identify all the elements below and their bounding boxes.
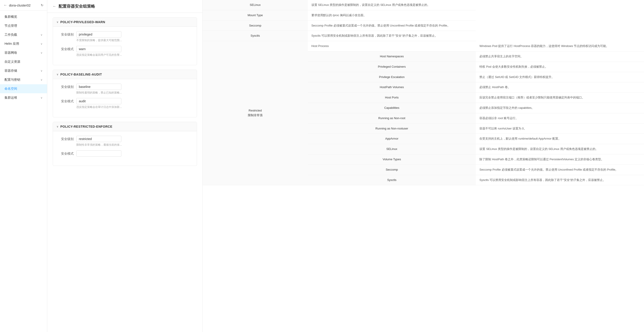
description-cell: 容器不可以将 runAsUser 设置为 0。	[476, 123, 644, 134]
chevron-down-icon: ∨	[40, 42, 42, 45]
field-cell: Running as Non-root	[308, 113, 476, 123]
collapse-toggle[interactable]: ∨	[56, 20, 58, 24]
field-cell: Running as Non-rootuser	[308, 123, 476, 134]
sidebar-item-label: 节点管理	[4, 24, 17, 28]
field-cell: Host Process	[308, 41, 476, 51]
sidebar-item-label: 命名空间	[4, 87, 17, 91]
security-mode-label: 安全模式	[58, 150, 76, 156]
policy-section-header: ∨ POLICY-PRIVILEGED-WARN	[53, 17, 197, 27]
sidebar-item-ops[interactable]: 集群运维∨	[0, 93, 47, 102]
field-cell: Privileged Containers	[308, 62, 476, 72]
security-level-content: 不受限制的策略，提供最大可能范围...	[76, 31, 192, 42]
left-panel-back-icon[interactable]: ←	[53, 4, 56, 8]
table-row: SysctlsSysctls 可以禁用安全机制或影响宿主上所有容器，因此除了若干…	[203, 31, 644, 41]
chevron-down-icon: ∨	[40, 51, 42, 54]
security-level-label: 安全级别	[58, 31, 76, 37]
security-mode-row: 安全模式 违反指定策略会返回用户可见的告警...	[58, 46, 192, 57]
sidebar-item-storage[interactable]: 容器存储∨	[0, 66, 47, 75]
security-level-label: 安全级别	[58, 136, 76, 141]
sidebar-item-custom[interactable]: 自定义资源	[0, 57, 47, 66]
refresh-icon[interactable]: ↻	[41, 3, 44, 7]
table-row: SeccompSeccomp Profile 必须被显式设置成一个允许的值。禁止…	[203, 20, 644, 31]
table-row: Mount Type要求使用默认的 /proc 掩码以减小攻击面。	[203, 10, 644, 20]
sidebar-item-overview[interactable]: 集群概览	[0, 12, 47, 21]
sidebar-item-helm[interactable]: Helm 应用∨	[0, 39, 47, 48]
security-level-input[interactable]	[76, 136, 121, 142]
security-mode-content	[76, 150, 192, 158]
description-cell: 容器必须以非 root 账号运行。	[476, 113, 644, 123]
security-mode-row: 安全模式 违反指定策略会在审计日志中添加新...	[58, 98, 192, 109]
sidebar-item-workloads[interactable]: 工作负载∨	[0, 30, 47, 39]
security-level-input[interactable]	[76, 84, 121, 90]
field-cell: Privilege Escalation	[308, 72, 476, 82]
sidebar-navigation: 集群概览节点管理工作负载∨Helm 应用∨容器网络∨自定义资源容器存储∨配置与密…	[0, 10, 47, 104]
sidebar-item-namespace[interactable]: 命名空间	[0, 84, 47, 93]
description-cell: 在受支持的主机上，默认使用 runtime/default AppArmor 配…	[476, 134, 644, 144]
description-cell: 除了限制 HostPath 卷之外，此类策略还限制可以通过 Persistent…	[476, 154, 644, 165]
field-cell: Volume Types	[308, 154, 476, 165]
security-level-row: 安全级别 限制性非常强的策略，遵循当前的保...	[58, 136, 192, 147]
security-mode-input[interactable]	[76, 46, 121, 52]
left-panel: ← 配置容器安全组策略 ∨ POLICY-PRIVILEGED-WARN 安全级…	[47, 0, 203, 332]
description-cell: Seccomp Profile 必须被显式设置成一个允许的值。禁止使用 Unco…	[476, 165, 644, 175]
security-mode-label: 安全模式	[58, 98, 76, 103]
description-cell: 设置 SELinux 类型的操作是被限制的，设置自定义的 SELinux 用户或…	[308, 0, 476, 10]
field-cell: Seccomp	[203, 20, 308, 31]
field-cell: SELinux	[203, 0, 308, 10]
description-cell: 必须禁止 HostPath 卷。	[476, 82, 644, 93]
policy-name: POLICY-PRIVILEGED-WARN	[60, 20, 105, 24]
category-cell: Restricted 限制非常强	[203, 41, 308, 185]
security-mode-input[interactable]	[76, 98, 121, 104]
chevron-down-icon: ∨	[40, 69, 42, 72]
field-cell: HostPath Volumes	[308, 82, 476, 93]
table-row: Restricted 限制非常强Host ProcessWindows Pod …	[203, 41, 644, 51]
left-panel-header: ← 配置容器安全组策略	[47, 0, 202, 13]
policy-name: POLICY-RESTRICTED-ENFORCE	[60, 125, 112, 128]
cluster-name: dora-cluster02	[9, 3, 30, 7]
chevron-down-icon: ∨	[40, 33, 42, 36]
description-cell: 特权 Pod 会使大多数安全性机制失效，必须被禁止。	[476, 62, 644, 72]
description-cell: 必须禁止共享宿主上的名字空间。	[476, 51, 644, 62]
security-level-input[interactable]	[76, 31, 121, 37]
sidebar-item-label: 配置与密钥	[4, 78, 20, 82]
field-cell: AppArmor	[308, 134, 476, 144]
policy-section-body: 安全级别 限制性非常强的策略，遵循当前的保... 安全模式	[53, 131, 197, 166]
security-mode-input[interactable]	[76, 150, 121, 157]
field-cell: Capabilities	[308, 103, 476, 113]
security-mode-content: 违反指定策略会返回用户可见的告警...	[76, 46, 192, 57]
description-cell: 要求使用默认的 /proc 掩码以减小攻击面。	[308, 10, 476, 20]
sidebar-header: ← dora-cluster02 ↻	[0, 0, 47, 10]
sidebar-item-label: 自定义资源	[4, 60, 20, 64]
right-panel: SELinux设置 SELinux 类型的操作是被限制的，设置自定义的 SELi…	[203, 0, 644, 332]
sidebar-item-network[interactable]: 容器网络∨	[0, 48, 47, 57]
field-cell: Host Ports	[308, 93, 476, 103]
sidebar-item-config[interactable]: 配置与密钥∨	[0, 75, 47, 84]
security-level-label: 安全级别	[58, 84, 76, 89]
collapse-toggle[interactable]: ∨	[56, 125, 58, 128]
field-cell: SELinux	[308, 144, 476, 155]
policy-section-restricted-enforce: ∨ POLICY-RESTRICTED-ENFORCE 安全级别 限制性非常强的…	[53, 122, 197, 166]
sidebar-item-label: Helm 应用	[4, 42, 19, 46]
security-mode-hint: 违反指定策略会在审计日志中添加新...	[76, 105, 192, 109]
description-cell: Sysctls 可以禁用安全机制或影响宿主上所有容器，因此除了若干"安全"的子集…	[476, 175, 644, 185]
sidebar-back-icon[interactable]: ←	[4, 3, 7, 7]
sidebar-item-nodes[interactable]: 节点管理	[0, 21, 47, 30]
policy-section-baseline-audit: ∨ POLICY-BASELINE-AUDIT 安全级别 限制性最弱的策略，禁止…	[53, 70, 197, 118]
field-cell: Host Namespaces	[308, 51, 476, 62]
security-mode-label: 安全模式	[58, 46, 76, 51]
chevron-down-icon: ∨	[40, 78, 42, 81]
security-level-hint: 限制性最弱的策略，禁止已知的策略...	[76, 91, 192, 95]
policy-section-header: ∨ POLICY-RESTRICTED-ENFORCE	[53, 122, 197, 131]
sidebar-item-label: 集群运维	[4, 96, 17, 100]
description-cell: Seccomp Profile 必须被显式设置成一个允许的值。禁止使用 Unco…	[308, 20, 476, 31]
field-cell: Sysctls	[308, 175, 476, 185]
field-cell: Seccomp	[308, 165, 476, 175]
sidebar-item-label: 工作负载	[4, 33, 17, 37]
security-mode-hint: 违反指定策略会返回用户可见的告警...	[76, 53, 192, 57]
main-content: ← 配置容器安全组策略 ∨ POLICY-PRIVILEGED-WARN 安全级…	[47, 0, 644, 332]
table-row: SELinux设置 SELinux 类型的操作是被限制的，设置自定义的 SELi…	[203, 0, 644, 10]
left-panel-body: ∨ POLICY-PRIVILEGED-WARN 安全级别 不受限制的策略，提供…	[47, 13, 202, 332]
collapse-toggle[interactable]: ∨	[56, 73, 58, 76]
field-cell: Sysctls	[203, 31, 308, 41]
policy-section-header: ∨ POLICY-BASELINE-AUDIT	[53, 70, 197, 79]
